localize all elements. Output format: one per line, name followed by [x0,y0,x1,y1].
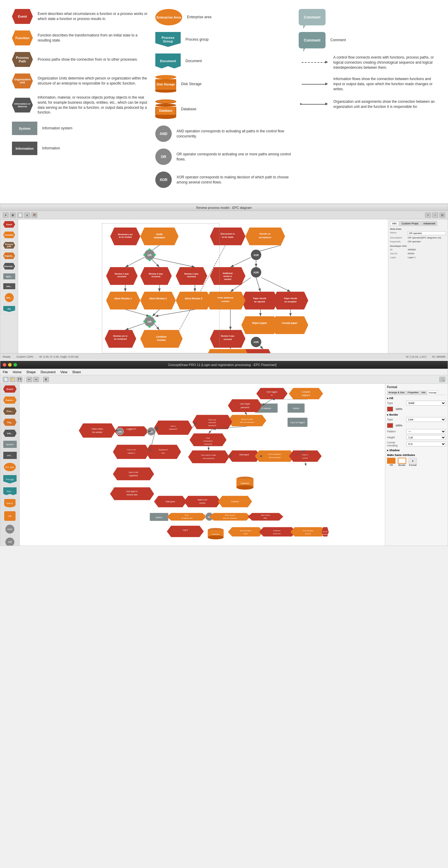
svg-text:Does user: Does user [209,419,216,421]
sidebar-item-info[interactable]: Informat... [0,261,18,272]
fill-color-swatch[interactable] [387,407,393,411]
format-tab-info[interactable]: Info [420,391,427,395]
app2-sidebar-proc-group[interactable]: Proc grp [0,473,20,486]
app2-sidebar-info-mat[interactable]: Info... [0,428,20,439]
menu-view[interactable]: View [60,370,67,374]
app2-tabbar[interactable]: EPC Flowchart Sheet-1 [0,546,448,546]
close-btn[interactable] [3,363,6,367]
app2-btn-export[interactable]: ⬆ [43,377,49,382]
sidebar-item-process-group-s[interactable]: PG [0,304,18,314]
menu-home[interactable]: Home [13,370,22,374]
props-tabs[interactable]: Info Custom Props Advanced [390,221,446,226]
minimize-btn[interactable] [8,363,12,367]
toolbar-btn-file[interactable]: ≡ [3,212,9,218]
toolbar-btn-library[interactable]: 📚 [31,212,37,218]
toolbar-btn-pages[interactable]: 📄 [17,212,23,218]
app2-btn-redo[interactable]: ↪ [33,377,39,382]
pattern-label: Pattern [387,430,405,433]
app2-sidebar-information[interactable]: Info... [0,450,20,461]
app2-menubar[interactable]: File Home Shape Document View Share [0,369,448,375]
app2-sidebar-system[interactable]: System [0,439,20,450]
svg-marker-164 [113,468,154,480]
sidebar-item-process-path[interactable]: Process path [0,240,18,251]
svg-text:Account: Account [323,531,328,532]
sidebar-item-enterprise-s[interactable]: Ent... [0,291,18,304]
fill-type-select[interactable]: Solid [406,401,446,405]
xor-desc: XOR operator corresponds to making decis… [177,175,293,185]
app2-btn-new[interactable]: 📄 [3,377,9,382]
height-label: Height [387,436,405,439]
svg-text:Reject paper: Reject paper [252,322,267,324]
app2-btn-open[interactable]: 📂 [9,377,15,382]
sidebar-item-org[interactable]: Organiz... [0,251,18,261]
xor-shape: XOR [155,172,172,188]
svg-marker-80 [271,316,308,334]
toolbar-btn-diagrams[interactable]: ⊞ [10,212,16,218]
svg-text:in: in [271,394,273,396]
app2-diagram-svg: User logged in Complete logging in E-mai… [20,384,385,546]
app2-sidebar-disk[interactable]: Disk st. [0,497,20,509]
props-tab-info[interactable]: Info [390,221,399,226]
app1-toolbar[interactable]: ≡ ⊞ 📄 ≤ 📚 + − ⊡ [0,211,448,219]
svg-text:Invite: Invite [156,233,163,236]
app2-btn-undo[interactable]: ↩ [26,377,32,382]
info-flow-shape [299,78,328,90]
svg-text:the website: the website [92,431,102,433]
app1-canvas[interactable]: Reviewers are to be invited Review 1 was… [18,219,388,353]
app2-btn-zoom[interactable]: 🔍 [439,377,445,382]
svg-marker-105 [256,388,288,399]
app2-btn-save[interactable]: 💾 [17,377,22,382]
fill-type-label: Type [387,402,405,405]
format-tab-props[interactable]: Properties [406,391,420,395]
height-select[interactable]: 1 pt [406,435,446,440]
props-name-input[interactable] [408,231,446,235]
props-tab-custom[interactable]: Custom Props [399,221,420,226]
menu-share[interactable]: Share [72,370,81,374]
svg-text:Discussion is: Discussion is [221,232,235,235]
toolbar-btn-zoom-out[interactable]: − [432,212,438,218]
svg-line-20 [261,278,291,292]
app2-sidebar-org[interactable]: Org... [0,417,20,428]
app2-sidebar-database[interactable]: DB [0,509,20,523]
app2-sidebar-process-path[interactable]: Proc... [0,406,20,417]
app2-sidebar-document[interactable]: Doc... [0,486,20,497]
toolbar-btn-zoom-in[interactable]: + [425,212,431,218]
border-type-select[interactable]: Line [406,417,446,422]
info-flow-desc: Information flows show the connection be… [333,76,436,91]
corner-select[interactable]: 0 in [406,442,446,446]
app2-sidebar-function[interactable]: Funct... [0,395,20,406]
props-tab-advanced[interactable]: Advanced [421,221,437,226]
maximize-btn[interactable] [13,363,17,367]
comment2-icon: Comment [299,32,325,49]
border-color-swatch[interactable] [387,423,393,428]
toolbar-btn-layers[interactable]: ≤ [24,212,30,218]
sidebar-item-info-s[interactable]: Info... [0,281,18,291]
format-tab-arrange[interactable]: Arrange & Size [387,391,406,395]
app2-sidebar-enterprise[interactable]: Ent. area [0,461,20,473]
svg-text:received: received [152,275,160,278]
pattern-select[interactable]: — [406,429,446,434]
sidebar-item-event[interactable]: Event [0,219,18,230]
app2-sidebar-or[interactable]: OR [0,536,20,546]
app2-canvas[interactable]: User logged in Complete logging in E-mai… [20,384,385,546]
svg-text:logged in: logged in [128,452,135,454]
app2-toolbar2[interactable]: 📄 📂 💾 ↩ ↪ ⬆ 🔍 [0,375,448,384]
svg-text:received: received [223,338,232,340]
same-border-btn[interactable]: Border [398,458,406,466]
sidebar-item-function[interactable]: Function [0,230,18,240]
app1-sidebar: Event Function Process path Organiz... [0,219,18,353]
app2-sidebar-event[interactable]: Event [0,384,20,395]
same-fill-btn[interactable]: Fill [387,458,395,466]
svg-marker-63 [106,291,140,309]
app1-properties-panel: Info Custom Props Advanced Meta Data Nam… [388,219,448,353]
sidebar-item-system-s[interactable]: Syst... [0,272,18,281]
menu-shape[interactable]: Shape [26,370,36,374]
format-tab-format[interactable]: Format [427,391,438,395]
app2-sidebar-and[interactable]: AND [0,523,20,536]
legend-item-org-assignment: Organization unit assignments show the c… [299,98,436,110]
menu-file[interactable]: File [3,370,8,374]
same-format-btn[interactable]: A Format [409,458,417,466]
or-icon: OR [155,149,172,165]
toolbar-btn-fit[interactable]: ⊡ [439,212,445,218]
menu-document[interactable]: Document [41,370,56,374]
